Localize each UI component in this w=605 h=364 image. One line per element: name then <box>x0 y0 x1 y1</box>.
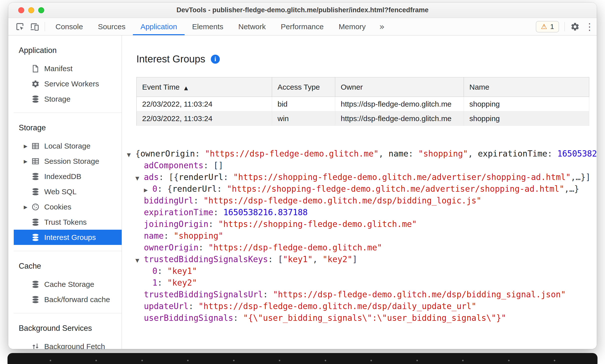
expand-arrow-icon[interactable]: ▶ <box>24 143 31 149</box>
cell-name: shopping <box>464 111 589 126</box>
json-token-plain: [{ <box>169 172 179 182</box>
toolbar-separator <box>565 22 565 31</box>
table-row[interactable]: 22/03/2022, 11:03:24 win https://dsp-fle… <box>137 111 589 126</box>
tree-collapse-arrow-icon[interactable]: ▼ <box>135 255 144 265</box>
tab-network[interactable]: Network <box>231 18 273 35</box>
sidebar-item-web-sql[interactable]: Web SQL <box>14 184 122 199</box>
toolbar-separator <box>45 22 45 31</box>
json-token-str: "key2" <box>322 254 352 264</box>
scrubber-marker <box>462 360 464 361</box>
devtools-toolbar: Console Sources Application Elements Net… <box>8 18 597 35</box>
sidebar-item-background-fetch[interactable]: Background Fetch <box>14 339 122 349</box>
settings-gear-icon[interactable] <box>568 18 582 35</box>
section-title: Cache <box>14 259 122 274</box>
zoom-button[interactable] <box>38 7 44 13</box>
tree-collapse-arrow-icon[interactable]: ▼ <box>127 149 135 160</box>
close-button[interactable] <box>18 7 24 13</box>
sidebar-item-interest-groups[interactable]: Interest Groups <box>14 230 122 245</box>
json-token-key: ads <box>144 172 159 182</box>
sidebar-item-service-workers[interactable]: Service Workers <box>14 76 122 91</box>
sidebar-item-back-forward-cache[interactable]: Back/forward cache <box>14 292 122 307</box>
scrubber-marker <box>141 360 143 361</box>
json-token-plain: : <box>208 219 218 229</box>
table-icon <box>31 157 40 166</box>
sidebar-item-cache-storage[interactable]: Cache Storage <box>14 277 122 292</box>
json-token-key: ownerOrigin <box>144 243 199 252</box>
sidebar-item-manifest[interactable]: Manifest <box>14 61 122 76</box>
sidebar-item-label: Manifest <box>44 64 72 73</box>
tree-line: biddingUrl: "https://dsp-fledge-demo.gli… <box>127 195 597 206</box>
json-token-key: 0 <box>152 184 157 194</box>
up-down-arrows-icon <box>31 342 40 349</box>
tab-performance[interactable]: Performance <box>273 18 331 35</box>
sidebar-item-label: Back/forward cache <box>44 295 110 304</box>
table-row[interactable]: 22/03/2022, 11:03:24 bid https://dsp-fle… <box>137 97 589 111</box>
scrubber-marker <box>416 360 418 361</box>
column-header-access-type[interactable]: Access Type <box>272 77 335 97</box>
tree-expand-arrow-icon[interactable]: ▶ <box>144 184 152 195</box>
column-header-owner[interactable]: Owner <box>335 77 464 97</box>
json-token-str: "https://dsp-fledge-demo.glitch.me/dsp/b… <box>273 290 566 299</box>
warnings-badge[interactable]: ⚠ 1 <box>536 21 559 32</box>
tab-console[interactable]: Console <box>48 18 90 35</box>
sidebar-item-indexeddb[interactable]: IndexedDB <box>14 169 122 184</box>
tab-sources[interactable]: Sources <box>90 18 133 35</box>
sidebar-item-label: IndexedDB <box>44 172 81 181</box>
database-icon <box>31 187 40 196</box>
tree-line: userBiddingSignals: "{\"user_bidding_sig… <box>127 312 597 324</box>
sidebar-item-label: Web SQL <box>44 187 77 196</box>
more-tabs-button[interactable]: » <box>373 18 391 35</box>
json-token-plain: : <box>194 196 204 205</box>
kebab-menu-icon[interactable]: ⋮ <box>582 18 597 35</box>
scrubber-marker <box>279 360 280 361</box>
json-token-plain: { <box>135 149 140 159</box>
sidebar-item-session-storage[interactable]: ▶ Session Storage <box>14 154 122 169</box>
database-icon <box>31 280 40 289</box>
sidebar-section-background-services: Background Services Background Fetch <box>14 313 122 349</box>
column-header-name[interactable]: Name <box>464 77 589 97</box>
json-token-str: "https://shopping-fledge-demo.glitch.me/… <box>233 172 571 182</box>
json-token-key: trustedBiddingSignalsUrl <box>144 290 263 299</box>
minimize-button[interactable] <box>28 7 34 13</box>
tab-elements[interactable]: Elements <box>185 18 231 35</box>
device-toolbar-icon[interactable] <box>27 18 42 35</box>
json-token-num: 1650538216.837188 <box>223 207 308 217</box>
json-token-plain: [ <box>278 254 283 264</box>
json-token-key: joiningOrigin <box>144 219 208 229</box>
expand-arrow-icon[interactable]: ▶ <box>24 204 31 210</box>
json-token-str: "{\"user_bidding_signals\":\"user_biddin… <box>243 313 506 323</box>
column-header-event-time[interactable]: Event Time▲ <box>137 77 272 97</box>
tree-collapse-arrow-icon[interactable]: ▼ <box>135 173 144 183</box>
sidebar-section-cache: Cache Cache Storage Back/forward cache <box>14 251 122 313</box>
scrubber-marker <box>370 360 372 361</box>
interest-groups-table: Event Time▲ Access Type Owner Name 22/03… <box>136 77 589 126</box>
expand-arrow-icon[interactable]: ▶ <box>24 159 31 164</box>
tree-line: trustedBiddingSignalsUrl: "https://dsp-f… <box>127 289 597 300</box>
inspect-element-icon[interactable] <box>13 18 27 35</box>
tab-application[interactable]: Application <box>133 18 185 35</box>
tab-memory[interactable]: Memory <box>331 18 373 35</box>
sidebar-item-cookies[interactable]: ▶ Cookies <box>14 199 122 214</box>
application-sidebar: Application Manifest Service Workers <box>8 35 122 349</box>
json-token-plain: : <box>263 290 273 299</box>
video-scrubber[interactable] <box>7 353 598 364</box>
json-token-str: "shopping" <box>174 231 223 241</box>
json-token-pkey: name <box>388 149 408 159</box>
tree-line: ▼ads: [{renderUrl: "https://shopping-fle… <box>127 171 597 183</box>
cell-access-type: win <box>272 111 335 126</box>
tree-line: ▼{ownerOrigin: "https://dsp-fledge-demo.… <box>127 148 597 160</box>
json-token-str: "https://dsp-fledge-demo.glitch.me" <box>205 149 378 159</box>
sidebar-item-storage[interactable]: Storage <box>14 91 122 107</box>
cell-owner: https://dsp-fledge-demo.glitch.me <box>335 97 464 111</box>
json-token-str: "https://shopping-fledge-demo.glitch.me" <box>218 219 417 229</box>
sidebar-item-label: Session Storage <box>44 157 99 166</box>
cell-event-time: 22/03/2022, 11:03:24 <box>137 97 272 111</box>
tree-line: updateUrl: "https://dsp-fledge-demo.glit… <box>127 300 597 312</box>
json-token-key: trustedBiddingSignalsKeys <box>144 254 268 264</box>
sidebar-item-trust-tokens[interactable]: Trust Tokens <box>14 214 122 230</box>
info-icon[interactable]: i <box>211 55 220 64</box>
sidebar-item-local-storage[interactable]: ▶ Local Storage <box>14 138 122 154</box>
json-token-plain: : <box>223 172 233 182</box>
json-token-plain: : <box>217 184 227 194</box>
json-token-str: "https://shopping-fledge-demo.glitch.me/… <box>227 184 564 194</box>
